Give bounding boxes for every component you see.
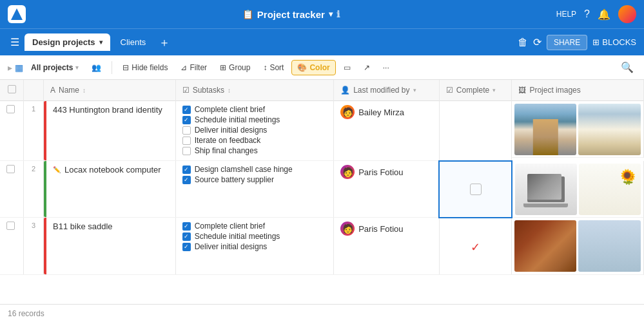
- info-icon[interactable]: ℹ: [337, 9, 340, 19]
- subtask-checkbox[interactable]: [182, 243, 191, 251]
- separator-1: [112, 61, 112, 74]
- more-options-button[interactable]: ···: [378, 61, 395, 75]
- all-projects-button[interactable]: All projects ▾: [26, 61, 84, 75]
- sort-label: Sort: [269, 63, 284, 72]
- row2-user-name: Paris Fotiou: [358, 167, 403, 177]
- row3-subtasks-cell: Complete client brief Schedule initial m…: [175, 218, 334, 275]
- tab-design-dropdown[interactable]: ▾: [99, 39, 102, 46]
- subtask-checkbox[interactable]: [182, 232, 191, 241]
- subtask-label: Complete client brief: [195, 222, 265, 231]
- row2-complete-cell[interactable]: [439, 161, 512, 218]
- row2-indicator: [44, 161, 46, 217]
- row3-modified-cell: 🧑 Paris Fotiou: [334, 218, 440, 275]
- subtask-checkbox[interactable]: [182, 106, 191, 114]
- group-button[interactable]: ⊞ Group: [215, 61, 255, 75]
- user-avatar[interactable]: [618, 5, 636, 23]
- nav-right: HELP ? 🔔: [556, 5, 636, 23]
- title-dropdown-arrow[interactable]: ▾: [329, 10, 333, 19]
- row2-complete-checkbox[interactable]: [470, 184, 482, 195]
- row3-checkbox[interactable]: [6, 222, 15, 230]
- row3-complete-cell: ✓: [439, 218, 512, 275]
- app-logo[interactable]: [8, 5, 26, 23]
- row2-image-1: [515, 164, 577, 215]
- header-checkbox-col: [0, 80, 24, 101]
- flower-decoration: 🌻: [618, 169, 636, 185]
- filter-button[interactable]: ⊿ Filter: [175, 61, 212, 75]
- row2-checkbox-cell: [0, 161, 24, 218]
- tab-design-projects[interactable]: Design projects ▾: [24, 33, 110, 51]
- subtask-label: Schedule initial meetings: [195, 232, 280, 241]
- nav-center: 📋 Project tracker ▾ ℹ: [242, 9, 340, 20]
- filter-label: Filter: [190, 63, 207, 72]
- row1-user: 🧑 Bailey Mirza: [340, 105, 433, 119]
- add-tab-button[interactable]: ＋: [156, 32, 173, 53]
- share-button[interactable]: SHARE: [547, 35, 587, 50]
- row1-checkbox-cell: [0, 101, 24, 161]
- grid-icon[interactable]: ▦: [15, 62, 23, 73]
- search-button[interactable]: 🔍: [618, 59, 636, 76]
- bell-icon[interactable]: 🔔: [598, 8, 610, 21]
- sort-button[interactable]: ↕ Sort: [258, 61, 289, 75]
- subtask-checkbox[interactable]: [182, 126, 191, 135]
- header-name-col[interactable]: A Name ↕: [44, 80, 176, 101]
- row2-name-cell[interactable]: ✏️ Locax notebook computer: [44, 161, 176, 218]
- row3-name-cell[interactable]: B11 bike saddle: [44, 218, 176, 275]
- subtask-label: Deliver initial designs: [195, 126, 268, 135]
- trash-icon[interactable]: 🗑: [518, 37, 528, 48]
- sort-icon: ↕: [263, 63, 267, 72]
- subtask-label: Iterate on feedback: [195, 136, 261, 145]
- row2-name-container: ✏️ Locax notebook computer: [53, 165, 169, 175]
- subtask-label: Source battery supplier: [195, 175, 274, 184]
- subtasks-col-header: ☑ Subtasks ↕: [182, 86, 327, 95]
- subtasks-col-label: Subtasks: [193, 86, 224, 95]
- header-modified-col[interactable]: 👤 Last modified by ▾: [334, 80, 440, 101]
- color-button[interactable]: 🎨 Color: [291, 60, 335, 75]
- hamburger-button[interactable]: ☰: [8, 33, 22, 51]
- hide-icon: ⊟: [122, 63, 129, 72]
- help-label[interactable]: HELP: [556, 10, 576, 19]
- help-icon[interactable]: ?: [584, 8, 590, 20]
- tab-clients[interactable]: Clients: [113, 33, 154, 51]
- images-col-icon: 🖼: [518, 86, 526, 95]
- bottom-bar: 16 records: [0, 304, 644, 322]
- complete-col-icon: ☑: [446, 86, 453, 95]
- row2-user: 🧑 Paris Fotiou: [340, 165, 432, 179]
- subtask-checkbox[interactable]: [182, 222, 191, 231]
- images-col-header: 🖼 Project images: [518, 86, 637, 95]
- subtask-label: Schedule initial meetings: [195, 115, 280, 124]
- row1-modified-cell: 🧑 Bailey Mirza: [334, 101, 440, 161]
- modified-col-label: Last modified by: [353, 86, 409, 95]
- row1-checkbox[interactable]: [6, 105, 15, 113]
- history-icon[interactable]: ⟳: [533, 36, 542, 48]
- subtask-item: Schedule initial meetings: [182, 232, 327, 241]
- hide-fields-button[interactable]: ⊟ Hide fields: [117, 61, 173, 75]
- subtask-item: Deliver initial designs: [182, 242, 327, 251]
- select-all-checkbox[interactable]: [8, 85, 16, 93]
- layout-toggle-button[interactable]: ▭: [338, 61, 356, 75]
- share-view-button[interactable]: ↗: [358, 61, 375, 75]
- group-icon: ⊞: [220, 63, 226, 72]
- subtask-item: Complete client brief: [182, 105, 327, 114]
- row2-checkbox[interactable]: [6, 165, 15, 173]
- header-subtasks-col[interactable]: ☑ Subtasks ↕: [175, 80, 334, 101]
- row1-name-cell[interactable]: 443 Huntington brand identity: [44, 101, 176, 161]
- laptop-base: [523, 204, 568, 207]
- row3-complete-checkmark: ✓: [471, 241, 480, 254]
- subtask-checkbox[interactable]: [182, 137, 191, 145]
- subtask-checkbox[interactable]: [182, 116, 191, 124]
- group-label: Group: [229, 63, 250, 72]
- blocks-button[interactable]: ⊞ BLOCKS: [592, 37, 636, 47]
- subtask-checkbox[interactable]: [182, 166, 191, 174]
- row2-subtasks-cell: Design clamshell case hinge Source batte…: [175, 161, 334, 218]
- header-images-col[interactable]: 🖼 Project images: [512, 80, 644, 101]
- name-sort-icon: ↕: [83, 87, 86, 94]
- people-icon-button[interactable]: 👥: [86, 61, 106, 75]
- row2-modified-cell: 🧑 Paris Fotiou: [334, 161, 440, 218]
- subtask-checkbox[interactable]: [182, 147, 191, 155]
- header-complete-col[interactable]: ☑ Complete ▾: [439, 80, 512, 101]
- table-container[interactable]: A Name ↕ ☑ Subtasks ↕: [0, 80, 644, 304]
- subtasks-col-icon: ☑: [182, 86, 190, 95]
- subtask-checkbox[interactable]: [182, 176, 191, 184]
- expand-icon[interactable]: ▸: [8, 62, 12, 73]
- row1-complete-cell: [439, 101, 512, 161]
